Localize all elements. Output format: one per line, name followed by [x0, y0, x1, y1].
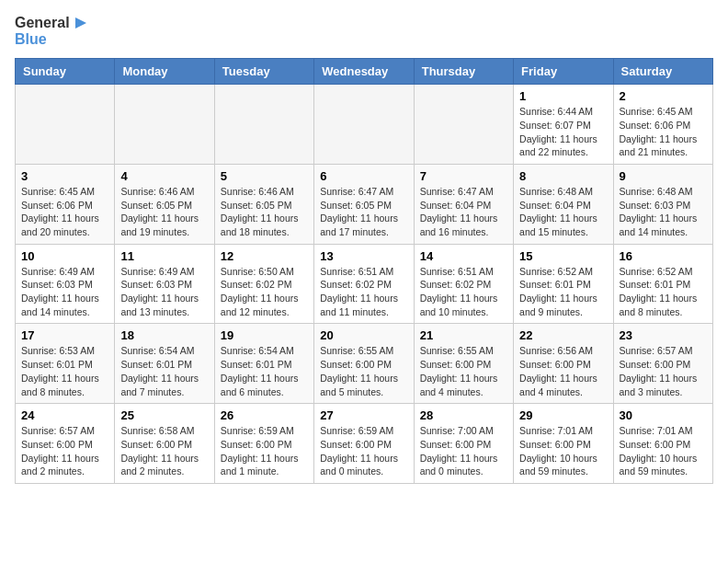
day-number: 12: [221, 249, 308, 263]
day-number: 2: [620, 89, 707, 103]
header-cell-friday: Friday: [514, 59, 613, 85]
day-info: Sunrise: 6:57 AM Sunset: 6:00 PM Dayligh…: [620, 344, 707, 398]
calendar-cell: 19Sunrise: 6:54 AM Sunset: 6:01 PM Dayli…: [214, 324, 313, 404]
calendar-cell: 14Sunrise: 6:51 AM Sunset: 6:02 PM Dayli…: [414, 244, 513, 324]
day-info: Sunrise: 6:45 AM Sunset: 6:06 PM Dayligh…: [620, 105, 707, 159]
day-number: 7: [420, 169, 507, 183]
calendar-cell: 25Sunrise: 6:58 AM Sunset: 6:00 PM Dayli…: [115, 404, 214, 484]
calendar-cell: 26Sunrise: 6:59 AM Sunset: 6:00 PM Dayli…: [214, 404, 313, 484]
calendar-cell: 10Sunrise: 6:49 AM Sunset: 6:03 PM Dayli…: [16, 244, 115, 324]
header-cell-tuesday: Tuesday: [214, 59, 313, 85]
calendar-cell: [115, 85, 214, 165]
day-number: 20: [320, 328, 407, 342]
day-number: 24: [21, 408, 108, 422]
calendar-cell: 30Sunrise: 7:01 AM Sunset: 6:00 PM Dayli…: [613, 404, 712, 484]
calendar-cell: [414, 85, 513, 165]
calendar-cell: 9Sunrise: 6:48 AM Sunset: 6:03 PM Daylig…: [613, 164, 712, 244]
day-number: 27: [320, 408, 407, 422]
calendar-cell: 13Sunrise: 6:51 AM Sunset: 6:02 PM Dayli…: [314, 244, 414, 324]
day-number: 14: [420, 249, 507, 263]
calendar-cell: 24Sunrise: 6:57 AM Sunset: 6:00 PM Dayli…: [16, 404, 115, 484]
day-number: 1: [519, 89, 607, 103]
day-info: Sunrise: 6:55 AM Sunset: 6:00 PM Dayligh…: [420, 344, 507, 398]
day-number: 13: [320, 249, 407, 263]
day-info: Sunrise: 6:49 AM Sunset: 6:03 PM Dayligh…: [120, 265, 208, 319]
week-row-3: 10Sunrise: 6:49 AM Sunset: 6:03 PM Dayli…: [16, 244, 713, 324]
day-info: Sunrise: 6:58 AM Sunset: 6:00 PM Dayligh…: [120, 424, 208, 478]
day-info: Sunrise: 6:54 AM Sunset: 6:01 PM Dayligh…: [221, 344, 308, 398]
day-info: Sunrise: 6:51 AM Sunset: 6:02 PM Dayligh…: [320, 265, 407, 319]
calendar-cell: 12Sunrise: 6:50 AM Sunset: 6:02 PM Dayli…: [214, 244, 313, 324]
calendar-cell: 20Sunrise: 6:55 AM Sunset: 6:00 PM Dayli…: [314, 324, 414, 404]
calendar-cell: 21Sunrise: 6:55 AM Sunset: 6:00 PM Dayli…: [414, 324, 513, 404]
calendar-cell: 17Sunrise: 6:53 AM Sunset: 6:01 PM Dayli…: [16, 324, 115, 404]
day-info: Sunrise: 6:59 AM Sunset: 6:00 PM Dayligh…: [320, 424, 407, 478]
calendar-cell: [16, 85, 115, 165]
logo-general-text: General: [15, 15, 70, 31]
logo: General Blue: [15, 15, 90, 47]
day-number: 21: [420, 328, 507, 342]
week-row-4: 17Sunrise: 6:53 AM Sunset: 6:01 PM Dayli…: [16, 324, 713, 404]
calendar-body: 1Sunrise: 6:44 AM Sunset: 6:07 PM Daylig…: [16, 85, 713, 484]
calendar-cell: 5Sunrise: 6:46 AM Sunset: 6:05 PM Daylig…: [214, 164, 313, 244]
calendar-cell: 16Sunrise: 6:52 AM Sunset: 6:01 PM Dayli…: [613, 244, 712, 324]
day-info: Sunrise: 6:46 AM Sunset: 6:05 PM Dayligh…: [120, 185, 208, 239]
day-info: Sunrise: 6:48 AM Sunset: 6:03 PM Dayligh…: [620, 185, 707, 239]
day-number: 28: [420, 408, 507, 422]
calendar-header: SundayMondayTuesdayWednesdayThursdayFrid…: [16, 59, 713, 85]
logo-blue-text: Blue: [15, 31, 47, 48]
day-number: 30: [620, 408, 707, 422]
day-number: 15: [519, 249, 607, 263]
day-info: Sunrise: 6:45 AM Sunset: 6:06 PM Dayligh…: [21, 185, 108, 239]
calendar-cell: [214, 85, 313, 165]
calendar-cell: 11Sunrise: 6:49 AM Sunset: 6:03 PM Dayli…: [115, 244, 214, 324]
header: General Blue: [15, 15, 713, 47]
svg-marker-0: [75, 17, 86, 29]
header-cell-saturday: Saturday: [613, 59, 712, 85]
calendar-cell: 22Sunrise: 6:56 AM Sunset: 6:00 PM Dayli…: [514, 324, 613, 404]
day-info: Sunrise: 6:55 AM Sunset: 6:00 PM Dayligh…: [320, 344, 407, 398]
day-number: 25: [120, 408, 208, 422]
day-number: 8: [519, 169, 607, 183]
calendar-cell: 18Sunrise: 6:54 AM Sunset: 6:01 PM Dayli…: [115, 324, 214, 404]
day-info: Sunrise: 7:00 AM Sunset: 6:00 PM Dayligh…: [420, 424, 507, 478]
day-info: Sunrise: 6:52 AM Sunset: 6:01 PM Dayligh…: [620, 265, 707, 319]
day-number: 17: [21, 328, 108, 342]
calendar-cell: 2Sunrise: 6:45 AM Sunset: 6:06 PM Daylig…: [613, 85, 712, 165]
calendar-cell: 27Sunrise: 6:59 AM Sunset: 6:00 PM Dayli…: [314, 404, 414, 484]
calendar-cell: 8Sunrise: 6:48 AM Sunset: 6:04 PM Daylig…: [514, 164, 613, 244]
calendar-table: SundayMondayTuesdayWednesdayThursdayFrid…: [15, 58, 713, 484]
day-info: Sunrise: 6:52 AM Sunset: 6:01 PM Dayligh…: [519, 265, 607, 319]
calendar-cell: 4Sunrise: 6:46 AM Sunset: 6:05 PM Daylig…: [115, 164, 214, 244]
calendar-cell: 1Sunrise: 6:44 AM Sunset: 6:07 PM Daylig…: [514, 85, 613, 165]
day-info: Sunrise: 6:50 AM Sunset: 6:02 PM Dayligh…: [221, 265, 308, 319]
day-number: 4: [120, 169, 208, 183]
day-info: Sunrise: 6:47 AM Sunset: 6:05 PM Dayligh…: [320, 185, 407, 239]
day-info: Sunrise: 6:54 AM Sunset: 6:01 PM Dayligh…: [120, 344, 208, 398]
day-number: 18: [120, 328, 208, 342]
calendar-cell: 7Sunrise: 6:47 AM Sunset: 6:04 PM Daylig…: [414, 164, 513, 244]
day-info: Sunrise: 6:56 AM Sunset: 6:00 PM Dayligh…: [519, 344, 607, 398]
day-number: 5: [221, 169, 308, 183]
week-row-5: 24Sunrise: 6:57 AM Sunset: 6:00 PM Dayli…: [16, 404, 713, 484]
calendar-cell: 3Sunrise: 6:45 AM Sunset: 6:06 PM Daylig…: [16, 164, 115, 244]
day-number: 11: [120, 249, 208, 263]
calendar-cell: 28Sunrise: 7:00 AM Sunset: 6:00 PM Dayli…: [414, 404, 513, 484]
day-number: 16: [620, 249, 707, 263]
day-info: Sunrise: 6:53 AM Sunset: 6:01 PM Dayligh…: [21, 344, 108, 398]
day-info: Sunrise: 6:57 AM Sunset: 6:00 PM Dayligh…: [21, 424, 108, 478]
day-number: 29: [519, 408, 607, 422]
calendar-cell: 23Sunrise: 6:57 AM Sunset: 6:00 PM Dayli…: [613, 324, 712, 404]
day-number: 22: [519, 328, 607, 342]
day-number: 26: [221, 408, 308, 422]
logo-arrow-icon: [72, 16, 90, 30]
week-row-2: 3Sunrise: 6:45 AM Sunset: 6:06 PM Daylig…: [16, 164, 713, 244]
header-row: SundayMondayTuesdayWednesdayThursdayFrid…: [16, 59, 713, 85]
day-info: Sunrise: 6:44 AM Sunset: 6:07 PM Dayligh…: [519, 105, 607, 159]
day-info: Sunrise: 7:01 AM Sunset: 6:00 PM Dayligh…: [519, 424, 607, 478]
day-number: 9: [620, 169, 707, 183]
header-cell-wednesday: Wednesday: [314, 59, 414, 85]
day-info: Sunrise: 6:49 AM Sunset: 6:03 PM Dayligh…: [21, 265, 108, 319]
header-cell-monday: Monday: [115, 59, 214, 85]
day-info: Sunrise: 6:51 AM Sunset: 6:02 PM Dayligh…: [420, 265, 507, 319]
